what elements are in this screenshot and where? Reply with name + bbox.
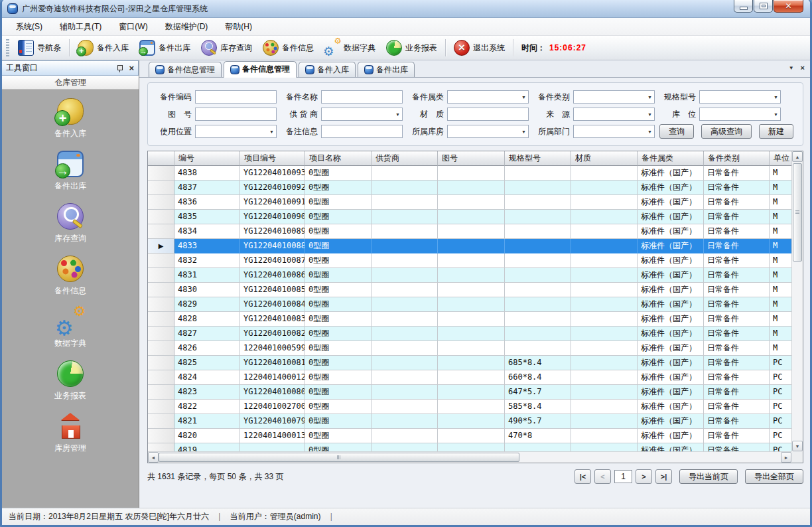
row-selector-cell[interactable] bbox=[148, 254, 174, 268]
table-cell[interactable]: 0型圈 bbox=[305, 341, 372, 356]
table-cell[interactable] bbox=[571, 400, 638, 414]
menu-item[interactable]: 系统(S) bbox=[7, 19, 51, 35]
sidebar-item[interactable]: 业务报表 bbox=[54, 360, 86, 402]
table-cell[interactable]: YG12204010087 bbox=[240, 254, 305, 268]
row-selector-cell[interactable] bbox=[148, 327, 174, 341]
table-cell[interactable] bbox=[372, 283, 438, 297]
table-cell[interactable]: 日常备件 bbox=[704, 385, 770, 400]
table-cell[interactable]: 4838 bbox=[174, 166, 240, 181]
first-page-button[interactable]: |< bbox=[575, 469, 591, 484]
table-cell[interactable] bbox=[505, 210, 571, 224]
table-cell[interactable]: 日常备件 bbox=[704, 443, 770, 451]
form-combo[interactable]: ▼ bbox=[699, 108, 781, 121]
row-selector-cell[interactable] bbox=[148, 195, 174, 210]
form-combo[interactable]: ▼ bbox=[699, 90, 781, 104]
table-cell[interactable]: PC bbox=[770, 414, 791, 429]
sidebar-item[interactable]: 备件出库 bbox=[54, 151, 86, 192]
table-cell[interactable]: 日常备件 bbox=[704, 283, 770, 297]
table-cell[interactable]: M bbox=[770, 224, 791, 239]
form-text-input[interactable] bbox=[447, 108, 529, 121]
form-button[interactable]: 新建 bbox=[759, 124, 793, 139]
row-selector-cell[interactable] bbox=[148, 283, 174, 297]
table-cell[interactable] bbox=[505, 327, 571, 341]
table-cell[interactable]: 标准件（国产） bbox=[638, 239, 704, 254]
toolbar-button[interactable]: 备件信息 bbox=[257, 38, 319, 58]
table-cell[interactable]: M bbox=[770, 327, 791, 341]
table-cell[interactable] bbox=[372, 385, 438, 400]
row-selector-cell[interactable] bbox=[148, 356, 174, 370]
table-cell[interactable]: M bbox=[770, 195, 791, 210]
table-cell[interactable] bbox=[438, 195, 505, 210]
row-selector-cell[interactable] bbox=[148, 443, 174, 451]
table-cell[interactable]: 标准件（国产） bbox=[638, 341, 704, 356]
form-text-input[interactable] bbox=[195, 90, 277, 104]
sidebar-item[interactable]: 库存查询 bbox=[54, 203, 86, 244]
tab-list-arrow-icon[interactable]: ▼ bbox=[789, 63, 794, 74]
tab[interactable]: 备件信息管理 bbox=[224, 61, 297, 78]
table-cell[interactable]: 0型圈 bbox=[305, 443, 372, 451]
vertical-scrollbar[interactable]: ▲ ▼ bbox=[791, 151, 803, 451]
table-header-cell[interactable]: 材质 bbox=[571, 151, 638, 166]
last-page-button[interactable]: >| bbox=[655, 469, 672, 484]
form-text-input[interactable] bbox=[321, 125, 403, 138]
table-cell[interactable]: 4834 bbox=[174, 224, 240, 239]
table-cell[interactable]: 0型圈 bbox=[305, 370, 372, 385]
table-cell[interactable]: 0型圈 bbox=[305, 268, 372, 283]
table-cell[interactable] bbox=[571, 210, 638, 224]
table-cell[interactable]: 4833 bbox=[174, 239, 240, 254]
form-combo[interactable]: ▼ bbox=[447, 125, 529, 138]
table-cell[interactable]: PC bbox=[770, 370, 791, 385]
horizontal-scrollbar[interactable]: ◄ ► bbox=[148, 451, 791, 463]
table-cell[interactable]: 0型圈 bbox=[305, 400, 372, 414]
row-selector-cell[interactable] bbox=[148, 210, 174, 224]
table-cell[interactable]: 标准件（国产） bbox=[638, 327, 704, 341]
table-cell[interactable]: 标准件（国产） bbox=[638, 429, 704, 443]
toolbar-button[interactable]: 导航条 bbox=[13, 38, 66, 58]
table-cell[interactable]: 4819 bbox=[174, 443, 240, 451]
table-cell[interactable] bbox=[438, 400, 505, 414]
table-cell[interactable] bbox=[372, 297, 438, 312]
table-header-cell[interactable]: 单位 bbox=[770, 151, 791, 166]
table-cell[interactable] bbox=[372, 195, 438, 210]
table-row[interactable]: 4836YG122040100910型圈标准件（国产）日常备件M bbox=[148, 195, 791, 210]
row-selector-cell[interactable] bbox=[148, 297, 174, 312]
sidebar-item[interactable]: 备件入库 bbox=[54, 98, 86, 139]
table-cell[interactable]: 4837 bbox=[174, 181, 240, 195]
table-cell[interactable] bbox=[372, 224, 438, 239]
table-cell[interactable]: 标准件（国产） bbox=[638, 443, 704, 451]
menu-item[interactable]: 窗口(W) bbox=[110, 19, 156, 35]
table-cell[interactable]: 4828 bbox=[174, 312, 240, 327]
table-header-cell[interactable]: 备件属类 bbox=[638, 151, 704, 166]
table-header-cell[interactable]: 规格型号 bbox=[505, 151, 571, 166]
panel-close-icon[interactable]: × bbox=[129, 64, 134, 72]
table-cell[interactable]: 日常备件 bbox=[704, 254, 770, 268]
table-header-cell[interactable]: 供货商 bbox=[372, 151, 438, 166]
table-cell[interactable]: 标准件（国产） bbox=[638, 283, 704, 297]
table-cell[interactable]: 0型圈 bbox=[305, 181, 372, 195]
table-cell[interactable]: 日常备件 bbox=[704, 224, 770, 239]
table-cell[interactable]: PC bbox=[770, 443, 791, 451]
table-cell[interactable]: 标准件（国产） bbox=[638, 414, 704, 429]
table-cell[interactable] bbox=[240, 443, 305, 451]
form-button[interactable]: 查询 bbox=[659, 124, 694, 139]
table-cell[interactable]: 0型圈 bbox=[305, 385, 372, 400]
table-header-cell[interactable] bbox=[148, 151, 174, 166]
table-cell[interactable]: 标准件（国产） bbox=[638, 210, 704, 224]
table-cell[interactable]: YG12204010081 bbox=[240, 356, 305, 370]
table-cell[interactable] bbox=[571, 239, 638, 254]
table-cell[interactable]: 标准件（国产） bbox=[638, 385, 704, 400]
table-cell[interactable]: 4824 bbox=[174, 370, 240, 385]
table-cell[interactable] bbox=[438, 370, 505, 385]
table-cell[interactable]: M bbox=[770, 312, 791, 327]
table-cell[interactable] bbox=[438, 312, 505, 327]
table-row[interactable]: 4838YG122040100930型圈标准件（国产）日常备件M bbox=[148, 166, 791, 181]
table-cell[interactable]: PC bbox=[770, 356, 791, 370]
table-cell[interactable]: 标准件（国产） bbox=[638, 356, 704, 370]
row-selector-cell[interactable] bbox=[148, 370, 174, 385]
table-cell[interactable]: YG12204010082 bbox=[240, 327, 305, 341]
table-cell[interactable]: 585*8.4 bbox=[505, 400, 571, 414]
table-cell[interactable] bbox=[505, 268, 571, 283]
table-header-cell[interactable]: 备件类别 bbox=[704, 151, 770, 166]
toolbar-button[interactable]: 数据字典 bbox=[319, 38, 381, 58]
table-cell[interactable] bbox=[438, 297, 505, 312]
